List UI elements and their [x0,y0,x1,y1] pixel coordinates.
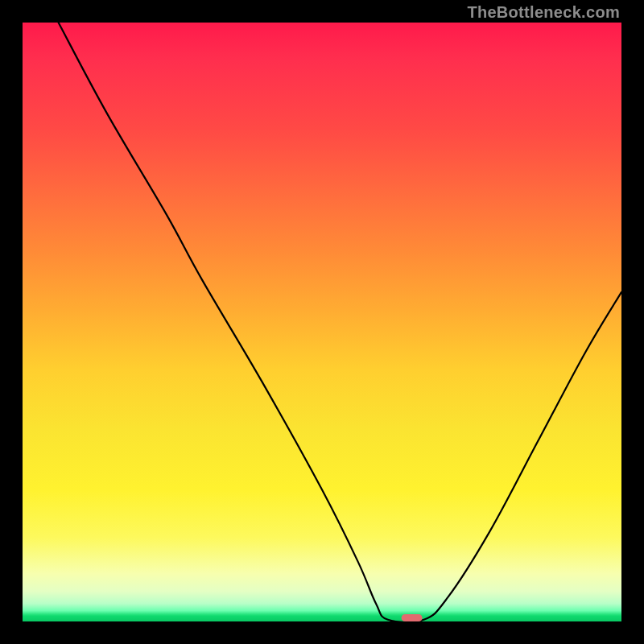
chart-frame: TheBottleneck.com [0,0,644,644]
plot-area [23,23,621,621]
bottleneck-curve [59,23,621,621]
attribution-text: TheBottleneck.com [467,3,620,22]
optimal-point-marker [402,614,423,621]
curve-overlay [23,23,621,621]
